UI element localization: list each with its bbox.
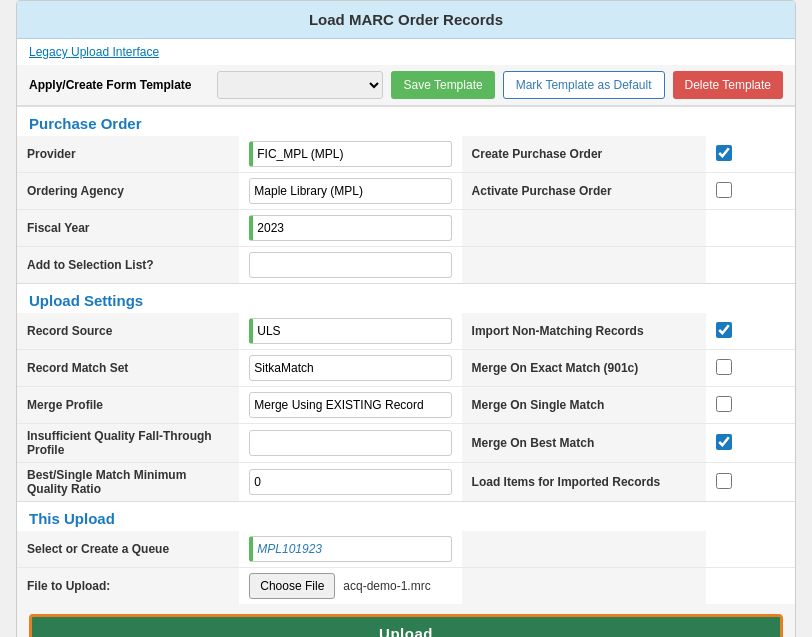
this-upload-table: Select or Create a Queue File to Upload:… [17, 531, 795, 604]
mark-default-button[interactable]: Mark Template as Default [503, 71, 665, 99]
record-source-input-cell [239, 313, 461, 350]
delete-template-button[interactable]: Delete Template [673, 71, 784, 99]
merge-profile-input-cell [239, 387, 461, 424]
insufficient-quality-label: Insufficient Quality Fall-Through Profil… [17, 424, 239, 463]
insufficient-quality-row: Insufficient Quality Fall-Through Profil… [17, 424, 795, 463]
provider-row: Provider Create Purchase Order [17, 136, 795, 173]
add-selection-label: Add to Selection List? [17, 247, 239, 284]
choose-file-button[interactable]: Choose File [249, 573, 335, 599]
modal-title: Load MARC Order Records [17, 1, 795, 39]
record-match-set-input-cell [239, 350, 461, 387]
ordering-agency-input[interactable] [249, 178, 451, 204]
best-single-match-input[interactable] [249, 469, 451, 495]
empty-label-2 [462, 247, 707, 284]
fiscal-year-input[interactable] [249, 215, 451, 241]
best-single-match-row: Best/Single Match Minimum Quality Ratio … [17, 463, 795, 502]
activate-po-label: Activate Purchase Order [462, 173, 707, 210]
record-source-row: Record Source Import Non-Matching Record… [17, 313, 795, 350]
save-template-button[interactable]: Save Template [391, 71, 494, 99]
import-non-matching-checkbox[interactable] [716, 322, 732, 338]
merge-profile-row: Merge Profile Merge On Single Match [17, 387, 795, 424]
file-upload-input-cell: Choose File acq-demo-1.mrc [239, 568, 461, 605]
modal-container: Load MARC Order Records Legacy Upload In… [16, 0, 796, 637]
add-selection-row: Add to Selection List? [17, 247, 795, 284]
select-queue-input[interactable] [249, 536, 451, 562]
merge-single-label: Merge On Single Match [462, 387, 707, 424]
load-items-cell [706, 463, 795, 502]
template-bar: Apply/Create Form Template Save Template… [17, 65, 795, 106]
file-upload-row: File to Upload: Choose File acq-demo-1.m… [17, 568, 795, 605]
merge-best-cell [706, 424, 795, 463]
file-upload-label: File to Upload: [17, 568, 239, 605]
record-match-set-input[interactable] [249, 355, 451, 381]
empty-cell-2 [706, 247, 795, 284]
merge-profile-label: Merge Profile [17, 387, 239, 424]
import-non-matching-cell [706, 313, 795, 350]
fiscal-year-label: Fiscal Year [17, 210, 239, 247]
upload-settings-section-title: Upload Settings [17, 283, 795, 313]
upload-settings-table: Record Source Import Non-Matching Record… [17, 313, 795, 501]
merge-exact-label: Merge On Exact Match (901c) [462, 350, 707, 387]
merge-profile-input[interactable] [249, 392, 451, 418]
file-name-display: acq-demo-1.mrc [343, 579, 430, 593]
ordering-agency-input-cell [239, 173, 461, 210]
create-po-checkbox[interactable] [716, 145, 732, 161]
empty-cell-4 [706, 568, 795, 605]
merge-exact-checkbox[interactable] [716, 359, 732, 375]
load-items-label: Load Items for Imported Records [462, 463, 707, 502]
best-single-match-label: Best/Single Match Minimum Quality Ratio [17, 463, 239, 502]
record-match-set-label: Record Match Set [17, 350, 239, 387]
activate-po-checkbox[interactable] [716, 182, 732, 198]
select-queue-row: Select or Create a Queue [17, 531, 795, 568]
add-selection-input-cell [239, 247, 461, 284]
upload-button[interactable]: Upload [29, 614, 783, 637]
merge-single-checkbox[interactable] [716, 396, 732, 412]
select-queue-input-cell [239, 531, 461, 568]
record-source-input[interactable] [249, 318, 451, 344]
empty-label-1 [462, 210, 707, 247]
merge-single-cell [706, 387, 795, 424]
purchase-order-section-title: Purchase Order [17, 106, 795, 136]
empty-cell-1 [706, 210, 795, 247]
merge-best-label: Merge On Best Match [462, 424, 707, 463]
add-selection-input[interactable] [249, 252, 451, 278]
file-chooser-group: Choose File acq-demo-1.mrc [249, 573, 451, 599]
empty-cell-3 [706, 531, 795, 568]
fiscal-year-input-cell [239, 210, 461, 247]
create-po-cell [706, 136, 795, 173]
import-non-matching-label: Import Non-Matching Records [462, 313, 707, 350]
purchase-order-table: Provider Create Purchase Order Ordering … [17, 136, 795, 283]
record-source-label: Record Source [17, 313, 239, 350]
ordering-agency-row: Ordering Agency Activate Purchase Order [17, 173, 795, 210]
provider-input[interactable] [249, 141, 451, 167]
provider-label: Provider [17, 136, 239, 173]
load-items-checkbox[interactable] [716, 473, 732, 489]
legacy-upload-link[interactable]: Legacy Upload Interface [17, 39, 795, 65]
insufficient-quality-input-cell [239, 424, 461, 463]
merge-best-checkbox[interactable] [716, 434, 732, 450]
this-upload-section-title: This Upload [17, 501, 795, 531]
record-match-set-row: Record Match Set Merge On Exact Match (9… [17, 350, 795, 387]
select-queue-label: Select or Create a Queue [17, 531, 239, 568]
ordering-agency-label: Ordering Agency [17, 173, 239, 210]
best-single-match-input-cell [239, 463, 461, 502]
activate-po-cell [706, 173, 795, 210]
upload-btn-container: Upload [17, 604, 795, 637]
provider-input-cell [239, 136, 461, 173]
fiscal-year-row: Fiscal Year [17, 210, 795, 247]
template-select[interactable] [217, 71, 383, 99]
insufficient-quality-input[interactable] [249, 430, 451, 456]
merge-exact-cell [706, 350, 795, 387]
empty-label-3 [462, 531, 707, 568]
create-po-label: Create Purchase Order [462, 136, 707, 173]
empty-label-4 [462, 568, 707, 605]
template-label: Apply/Create Form Template [29, 78, 209, 92]
